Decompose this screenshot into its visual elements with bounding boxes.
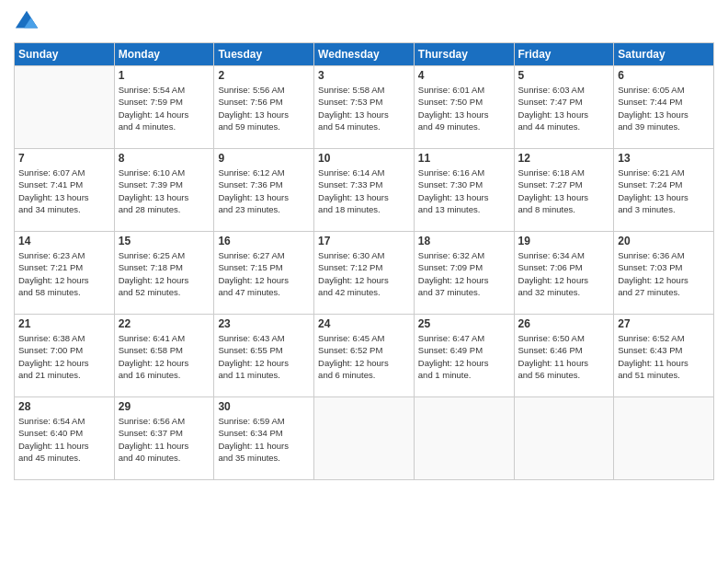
weekday-header-friday: Friday	[514, 43, 614, 66]
calendar-cell: 19Sunrise: 6:34 AM Sunset: 7:06 PM Dayli…	[514, 232, 614, 315]
weekday-header-saturday: Saturday	[614, 43, 714, 66]
calendar-cell: 21Sunrise: 6:38 AM Sunset: 7:00 PM Dayli…	[15, 315, 115, 397]
day-info: Sunrise: 6:52 AM Sunset: 6:43 PM Dayligh…	[618, 332, 710, 381]
weekday-header-thursday: Thursday	[414, 43, 514, 66]
day-info: Sunrise: 6:25 AM Sunset: 7:18 PM Dayligh…	[119, 249, 210, 298]
day-info: Sunrise: 5:58 AM Sunset: 7:53 PM Dayligh…	[318, 84, 410, 132]
calendar-cell: 13Sunrise: 6:21 AM Sunset: 7:24 PM Dayli…	[614, 149, 714, 232]
calendar-cell: 17Sunrise: 6:30 AM Sunset: 7:12 PM Dayli…	[314, 232, 415, 315]
week-row-3: 21Sunrise: 6:38 AM Sunset: 7:00 PM Dayli…	[15, 315, 714, 397]
day-info: Sunrise: 6:05 AM Sunset: 7:44 PM Dayligh…	[618, 84, 710, 132]
calendar-cell: 23Sunrise: 6:43 AM Sunset: 6:55 PM Dayli…	[214, 315, 314, 397]
day-info: Sunrise: 6:23 AM Sunset: 7:21 PM Dayligh…	[18, 249, 110, 298]
week-row-2: 14Sunrise: 6:23 AM Sunset: 7:21 PM Dayli…	[15, 232, 714, 315]
day-number: 19	[518, 235, 610, 247]
day-number: 22	[119, 317, 210, 330]
day-number: 23	[218, 317, 310, 330]
calendar-cell: 12Sunrise: 6:18 AM Sunset: 7:27 PM Dayli…	[514, 149, 614, 232]
calendar-cell: 16Sunrise: 6:27 AM Sunset: 7:15 PM Dayli…	[214, 232, 314, 315]
day-number: 1	[119, 69, 210, 82]
calendar-cell: 25Sunrise: 6:47 AM Sunset: 6:49 PM Dayli…	[414, 315, 514, 397]
day-number: 27	[618, 317, 710, 330]
day-number: 5	[518, 69, 610, 82]
weekday-header-wednesday: Wednesday	[314, 43, 415, 66]
day-info: Sunrise: 6:03 AM Sunset: 7:47 PM Dayligh…	[518, 84, 610, 132]
day-number: 10	[318, 152, 410, 165]
day-info: Sunrise: 6:41 AM Sunset: 6:58 PM Dayligh…	[119, 332, 210, 381]
day-number: 15	[119, 235, 210, 247]
calendar-cell: 20Sunrise: 6:36 AM Sunset: 7:03 PM Dayli…	[614, 232, 714, 315]
day-info: Sunrise: 6:21 AM Sunset: 7:24 PM Dayligh…	[618, 167, 710, 215]
day-number: 20	[618, 235, 710, 247]
weekday-header-sunday: Sunday	[15, 43, 115, 66]
logo-icon	[14, 9, 40, 35]
day-info: Sunrise: 6:01 AM Sunset: 7:50 PM Dayligh…	[418, 84, 510, 132]
day-number: 24	[318, 317, 410, 330]
calendar-cell	[15, 66, 115, 149]
logo	[14, 9, 41, 35]
calendar-cell: 14Sunrise: 6:23 AM Sunset: 7:21 PM Dayli…	[15, 232, 115, 315]
calendar: SundayMondayTuesdayWednesdayThursdayFrid…	[14, 42, 714, 480]
day-number: 21	[18, 317, 110, 330]
day-number: 3	[318, 69, 410, 82]
calendar-cell: 22Sunrise: 6:41 AM Sunset: 6:58 PM Dayli…	[114, 315, 214, 397]
calendar-cell: 28Sunrise: 6:54 AM Sunset: 6:40 PM Dayli…	[15, 397, 115, 480]
day-number: 2	[218, 69, 310, 82]
day-info: Sunrise: 6:54 AM Sunset: 6:40 PM Dayligh…	[18, 415, 110, 464]
day-number: 14	[18, 235, 110, 247]
calendar-cell: 9Sunrise: 6:12 AM Sunset: 7:36 PM Daylig…	[214, 149, 314, 232]
day-number: 18	[418, 235, 510, 247]
day-info: Sunrise: 6:50 AM Sunset: 6:46 PM Dayligh…	[518, 332, 610, 381]
day-number: 7	[18, 152, 110, 165]
calendar-cell	[414, 397, 514, 480]
day-info: Sunrise: 6:56 AM Sunset: 6:37 PM Dayligh…	[119, 415, 210, 464]
calendar-cell: 8Sunrise: 6:10 AM Sunset: 7:39 PM Daylig…	[114, 149, 214, 232]
day-info: Sunrise: 6:27 AM Sunset: 7:15 PM Dayligh…	[218, 249, 310, 298]
calendar-cell: 11Sunrise: 6:16 AM Sunset: 7:30 PM Dayli…	[414, 149, 514, 232]
calendar-cell	[614, 397, 714, 480]
calendar-cell: 10Sunrise: 6:14 AM Sunset: 7:33 PM Dayli…	[314, 149, 415, 232]
day-number: 11	[418, 152, 510, 165]
day-info: Sunrise: 6:18 AM Sunset: 7:27 PM Dayligh…	[518, 167, 610, 215]
calendar-cell: 2Sunrise: 5:56 AM Sunset: 7:56 PM Daylig…	[214, 66, 314, 149]
day-number: 6	[618, 69, 710, 82]
day-number: 25	[418, 317, 510, 330]
calendar-cell: 4Sunrise: 6:01 AM Sunset: 7:50 PM Daylig…	[414, 66, 514, 149]
day-info: Sunrise: 6:43 AM Sunset: 6:55 PM Dayligh…	[218, 332, 310, 381]
day-number: 16	[218, 235, 310, 247]
day-number: 28	[18, 400, 110, 413]
calendar-cell: 15Sunrise: 6:25 AM Sunset: 7:18 PM Dayli…	[114, 232, 214, 315]
week-row-4: 28Sunrise: 6:54 AM Sunset: 6:40 PM Dayli…	[15, 397, 714, 480]
day-info: Sunrise: 6:45 AM Sunset: 6:52 PM Dayligh…	[318, 332, 410, 381]
day-info: Sunrise: 6:59 AM Sunset: 6:34 PM Dayligh…	[218, 415, 310, 464]
day-number: 26	[518, 317, 610, 330]
weekday-header-tuesday: Tuesday	[214, 43, 314, 66]
weekday-header-row: SundayMondayTuesdayWednesdayThursdayFrid…	[15, 43, 714, 66]
calendar-cell: 26Sunrise: 6:50 AM Sunset: 6:46 PM Dayli…	[514, 315, 614, 397]
calendar-cell: 24Sunrise: 6:45 AM Sunset: 6:52 PM Dayli…	[314, 315, 415, 397]
day-number: 4	[418, 69, 510, 82]
day-number: 12	[518, 152, 610, 165]
calendar-cell: 29Sunrise: 6:56 AM Sunset: 6:37 PM Dayli…	[114, 397, 214, 480]
calendar-cell: 5Sunrise: 6:03 AM Sunset: 7:47 PM Daylig…	[514, 66, 614, 149]
day-info: Sunrise: 6:30 AM Sunset: 7:12 PM Dayligh…	[318, 249, 410, 298]
calendar-cell: 6Sunrise: 6:05 AM Sunset: 7:44 PM Daylig…	[614, 66, 714, 149]
calendar-cell: 3Sunrise: 5:58 AM Sunset: 7:53 PM Daylig…	[314, 66, 415, 149]
weekday-header-monday: Monday	[114, 43, 214, 66]
calendar-cell: 18Sunrise: 6:32 AM Sunset: 7:09 PM Dayli…	[414, 232, 514, 315]
day-info: Sunrise: 6:38 AM Sunset: 7:00 PM Dayligh…	[18, 332, 110, 381]
day-info: Sunrise: 5:54 AM Sunset: 7:59 PM Dayligh…	[119, 84, 210, 132]
day-number: 8	[119, 152, 210, 165]
day-info: Sunrise: 6:47 AM Sunset: 6:49 PM Dayligh…	[418, 332, 510, 381]
day-info: Sunrise: 6:34 AM Sunset: 7:06 PM Dayligh…	[518, 249, 610, 298]
day-number: 13	[618, 152, 710, 165]
day-number: 30	[218, 400, 310, 413]
calendar-cell: 30Sunrise: 6:59 AM Sunset: 6:34 PM Dayli…	[214, 397, 314, 480]
week-row-0: 1Sunrise: 5:54 AM Sunset: 7:59 PM Daylig…	[15, 66, 714, 149]
calendar-cell: 1Sunrise: 5:54 AM Sunset: 7:59 PM Daylig…	[114, 66, 214, 149]
calendar-cell: 7Sunrise: 6:07 AM Sunset: 7:41 PM Daylig…	[15, 149, 115, 232]
day-number: 9	[218, 152, 310, 165]
day-info: Sunrise: 6:12 AM Sunset: 7:36 PM Dayligh…	[218, 167, 310, 215]
day-info: Sunrise: 6:10 AM Sunset: 7:39 PM Dayligh…	[119, 167, 210, 215]
page: SundayMondayTuesdayWednesdayThursdayFrid…	[0, 0, 728, 563]
